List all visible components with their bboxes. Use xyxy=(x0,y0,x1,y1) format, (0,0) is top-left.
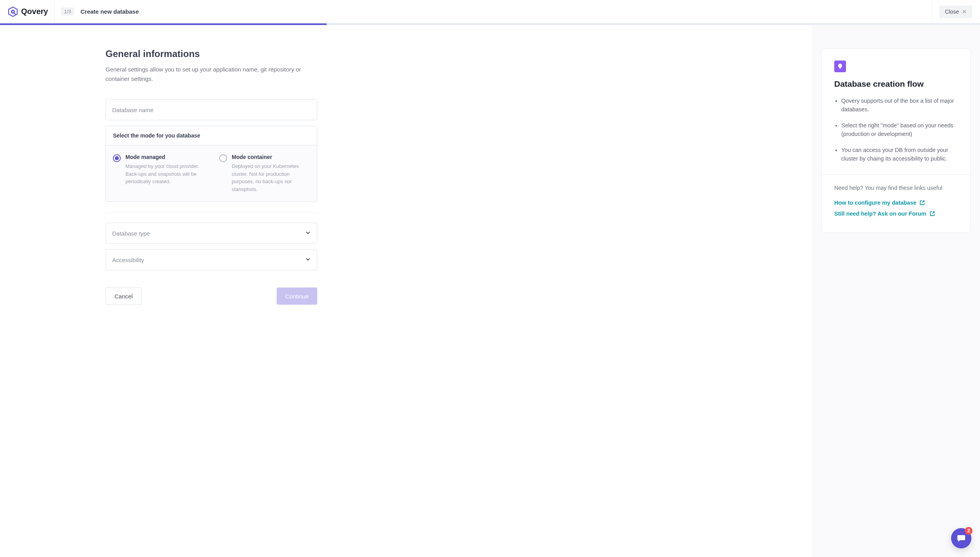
mode-managed-desc: Managed by your cloud provider. Back-ups… xyxy=(125,162,204,186)
help-item: Qovery supports out of the box a list of… xyxy=(841,96,958,114)
close-label: Close xyxy=(945,9,959,15)
chat-badge: 2 xyxy=(965,527,973,535)
chat-launcher[interactable]: 2 xyxy=(951,528,971,548)
header-right-divider xyxy=(932,0,932,23)
mode-container-option[interactable]: Mode container Deployed on your Kubernet… xyxy=(219,154,310,193)
step-badge: 1/3 xyxy=(61,7,74,16)
accessibility-label: Accessibility xyxy=(112,257,144,263)
lightbulb-icon xyxy=(834,61,846,72)
button-row: Cancel Continue xyxy=(106,287,317,305)
header-divider xyxy=(54,0,55,23)
header: Qovery 1/3 Create new database Close ✕ xyxy=(0,0,980,23)
qovery-logo-icon xyxy=(8,7,18,17)
help-title: Database creation flow xyxy=(834,79,958,89)
database-type-label: Database type xyxy=(112,230,150,237)
database-type-select[interactable]: Database type xyxy=(106,223,317,244)
help-link-configure[interactable]: How to configure my database xyxy=(834,200,958,206)
help-list: Qovery supports out of the box a list of… xyxy=(834,96,958,163)
chevron-down-icon xyxy=(305,257,311,263)
mode-container-desc: Deployed on your Kubernetes cluster. Not… xyxy=(232,162,310,193)
mode-body: Mode managed Managed by your cloud provi… xyxy=(106,145,317,202)
help-link-label: How to configure my database xyxy=(834,200,916,206)
mode-container-label: Mode container xyxy=(232,154,310,160)
brand-name: Qovery xyxy=(21,7,48,16)
mode-header: Select the mode for you database xyxy=(106,126,317,145)
svg-point-2 xyxy=(12,11,14,12)
svg-line-3 xyxy=(14,13,16,14)
help-card-top: Database creation flow Qovery supports o… xyxy=(822,49,970,174)
help-item: You can access your DB from outside your… xyxy=(841,146,958,163)
mode-managed-option[interactable]: Mode managed Managed by your cloud provi… xyxy=(113,154,204,193)
chevron-down-icon xyxy=(305,230,311,237)
external-link-icon xyxy=(919,200,925,205)
content-area: General informations General settings al… xyxy=(0,25,812,557)
help-link-label: Still need help? Ask on our Forum xyxy=(834,211,926,217)
close-button[interactable]: Close ✕ xyxy=(939,5,972,18)
mode-managed-label: Mode managed xyxy=(125,154,204,160)
close-icon: ✕ xyxy=(962,9,967,15)
help-card-bottom: Need help? You may find these links usef… xyxy=(822,174,970,232)
help-prompt: Need help? You may find these links usef… xyxy=(834,185,958,191)
header-right: Close ✕ xyxy=(932,0,972,23)
cancel-button[interactable]: Cancel xyxy=(106,287,142,305)
main: General informations General settings al… xyxy=(0,25,980,557)
radio-managed-icon xyxy=(113,154,121,162)
database-name-input[interactable] xyxy=(106,99,317,120)
logo[interactable]: Qovery xyxy=(8,7,48,17)
page-title: Create new database xyxy=(80,8,139,15)
help-link-forum[interactable]: Still need help? Ask on our Forum xyxy=(834,211,958,217)
form-separator xyxy=(106,212,317,212)
help-card: Database creation flow Qovery supports o… xyxy=(821,48,971,233)
continue-button[interactable]: Continue xyxy=(277,287,317,305)
mode-card: Select the mode for you database Mode ma… xyxy=(106,126,317,202)
section-desc: General settings allow you to set up you… xyxy=(106,65,313,84)
chat-icon xyxy=(956,533,966,543)
help-item: Select the right "mode" based on your ne… xyxy=(841,121,958,139)
header-left: Qovery 1/3 Create new database xyxy=(8,0,139,23)
sidebar: Database creation flow Qovery supports o… xyxy=(812,25,980,557)
section-title: General informations xyxy=(106,48,317,59)
accessibility-select[interactable]: Accessibility xyxy=(106,249,317,270)
external-link-icon xyxy=(930,211,935,216)
radio-container-icon xyxy=(219,154,227,162)
